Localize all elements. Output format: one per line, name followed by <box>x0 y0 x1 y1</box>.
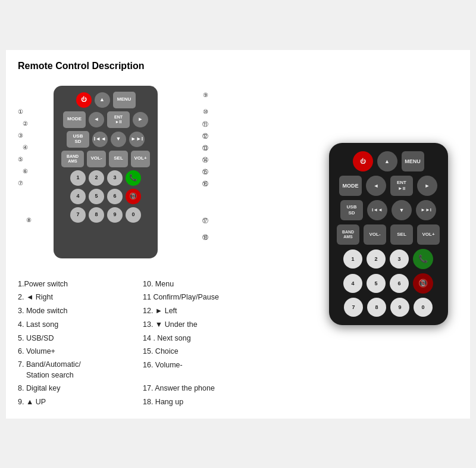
rp-power-btn[interactable]: ⏻ <box>353 151 373 171</box>
remote-diagram: ⏻ ▲ MENU MODE ◄ ENT►II ► USBSD I◄◄ ▼ ►►I <box>54 86 158 258</box>
diag-sel-btn[interactable]: SEL <box>109 151 128 167</box>
diag-8-btn[interactable]: 8 <box>89 207 104 223</box>
ann-18: ⑱ <box>202 233 208 242</box>
ann-9: ⑨ <box>203 92 208 98</box>
desc-1: 1.Power switch <box>18 279 137 290</box>
desc-2: 2. ◄ Right <box>18 292 137 303</box>
desc-12: 12. ► Left <box>143 305 286 317</box>
left-panel: Remote Control Description ① ② ③ ④ ⑤ ⑥ ⑦… <box>18 61 306 408</box>
rp-sel-btn[interactable]: SEL <box>390 224 413 245</box>
diag-next-btn[interactable]: ►►I <box>129 132 145 147</box>
desc-9: 9. ▲ UP <box>18 397 137 408</box>
desc-8: 8. Digital key <box>18 383 137 394</box>
diag-up-btn[interactable]: ▲ <box>95 92 110 108</box>
diag-mode-btn[interactable]: MODE <box>63 111 86 128</box>
desc-5: 5. USB/SD <box>18 333 137 344</box>
main-container: Remote Control Description ① ② ③ ④ ⑤ ⑥ ⑦… <box>6 50 470 419</box>
rp-volup-btn[interactable]: VOL+ <box>417 224 440 245</box>
rp-1-btn[interactable]: 1 <box>343 249 362 269</box>
diag-power-btn[interactable]: ⏻ <box>76 92 92 108</box>
diag-9-btn[interactable]: 9 <box>107 207 123 223</box>
desc-6: 6. Volume+ <box>18 346 137 357</box>
ann-12: ⑫ <box>202 132 208 141</box>
diag-ent-btn[interactable]: ENT►II <box>107 111 130 128</box>
diag-menu-btn[interactable]: MENU <box>113 92 136 108</box>
ann-11: ⑪ <box>202 120 208 129</box>
diag-usbsd-btn[interactable]: USBSD <box>67 131 89 148</box>
desc-10: 10. Menu <box>143 279 286 290</box>
diag-band-btn[interactable]: BANDAMS <box>61 151 84 167</box>
rp-down-btn[interactable]: ▼ <box>392 200 412 220</box>
ann-3: ③ <box>18 132 23 139</box>
rp-8-btn[interactable]: 8 <box>367 298 386 317</box>
rp-voldown-btn[interactable]: VOL- <box>364 224 386 245</box>
remote-photo: ⏻ ▲ MENU MODE ◄ ENT►II ► USBSD I◄◄ ▼ ►►I… <box>329 143 448 325</box>
diag-right-btn[interactable]: ► <box>133 112 148 127</box>
ann-8: ⑧ <box>26 217 32 223</box>
desc-15: 15. Choice <box>143 346 286 357</box>
diag-prev-btn[interactable]: I◄◄ <box>92 132 108 147</box>
rp-9-btn[interactable]: 9 <box>390 298 409 317</box>
ann-2: ② <box>23 120 28 127</box>
rp-prev-btn[interactable]: I◄◄ <box>367 200 387 220</box>
rp-next-btn[interactable]: ►►I <box>416 200 436 220</box>
ann-5: ⑤ <box>18 156 23 163</box>
page-title: Remote Control Description <box>18 61 306 71</box>
diag-answer-btn[interactable]: 📞 <box>126 170 141 186</box>
rp-5-btn[interactable]: 5 <box>367 274 386 293</box>
rp-left-btn[interactable]: ◄ <box>366 176 386 196</box>
ann-10: ⑩ <box>203 108 208 115</box>
ann-17: ⑰ <box>202 217 208 225</box>
rp-menu-btn[interactable]: MENU <box>402 151 424 171</box>
diag-2-btn[interactable]: 2 <box>89 170 104 186</box>
ann-1: ① <box>18 108 23 115</box>
desc-4: 4. Last song <box>18 319 137 330</box>
diag-3-btn[interactable]: 3 <box>107 170 123 186</box>
rp-up-btn[interactable]: ▲ <box>377 151 397 171</box>
description-section: 1.Power switch 10. Menu 2. ◄ Right 11 Co… <box>18 279 306 408</box>
diag-0-btn[interactable]: 0 <box>126 207 141 223</box>
diag-left-btn[interactable]: ◄ <box>89 112 104 127</box>
diag-4-btn[interactable]: 4 <box>70 189 86 204</box>
rp-ent-btn[interactable]: ENT►II <box>390 176 413 196</box>
rp-usbsd-btn[interactable]: USBSD <box>340 200 363 220</box>
rp-3-btn[interactable]: 3 <box>390 249 409 269</box>
rp-6-btn[interactable]: 6 <box>390 274 409 293</box>
diag-1-btn[interactable]: 1 <box>70 170 86 186</box>
diag-hangup-btn[interactable]: 📵 <box>126 189 141 204</box>
rp-mode-btn[interactable]: MODE <box>339 176 362 196</box>
diag-volup-btn[interactable]: VOL+ <box>131 151 150 167</box>
desc-7: 7. Band/Automatic/ Station search <box>18 360 137 380</box>
right-panel: ⏻ ▲ MENU MODE ◄ ENT►II ► USBSD I◄◄ ▼ ►►I… <box>318 61 458 408</box>
ann-14: ⑭ <box>202 156 208 164</box>
diag-7-btn[interactable]: 7 <box>70 207 86 223</box>
rp-0-btn[interactable]: 0 <box>414 298 433 317</box>
rp-answer-btn[interactable]: 📞 <box>413 249 433 269</box>
rp-7-btn[interactable]: 7 <box>344 298 363 317</box>
ann-6: ⑥ <box>23 168 28 174</box>
desc-16: 16. Volume- <box>143 360 286 380</box>
rp-band-btn[interactable]: BANDAMS <box>337 224 359 245</box>
rp-2-btn[interactable]: 2 <box>367 249 386 269</box>
rp-4-btn[interactable]: 4 <box>343 274 362 293</box>
desc-17: 17. Answer the phone <box>143 383 286 394</box>
rp-right-btn[interactable]: ► <box>417 176 437 196</box>
ann-15: ⑮ <box>202 168 208 176</box>
diagram-area: ① ② ③ ④ ⑤ ⑥ ⑦ ⑧ ⑨ ⑩ ⑪ ⑫ ⑬ ⑭ ⑮ ⑯ ⑰ ⑱ ⏻ <box>18 80 208 270</box>
desc-11: 11 Confirm/Play/Pause <box>143 292 286 303</box>
desc-3: 3. Mode switch <box>18 305 137 317</box>
ann-16: ⑯ <box>202 180 208 188</box>
ann-13: ⑬ <box>202 144 208 152</box>
diag-6-btn[interactable]: 6 <box>107 189 123 204</box>
rp-hangup-btn[interactable]: 📵 <box>413 273 433 294</box>
desc-14: 14 . Next song <box>143 333 286 344</box>
desc-18: 18. Hang up <box>143 397 286 408</box>
ann-4: ④ <box>23 144 28 151</box>
desc-13: 13. ▼ Under the <box>143 319 286 330</box>
diag-5-btn[interactable]: 5 <box>89 189 104 204</box>
ann-7: ⑦ <box>18 180 23 186</box>
desc-grid: 1.Power switch 10. Menu 2. ◄ Right 11 Co… <box>18 279 306 408</box>
diag-down-btn[interactable]: ▼ <box>111 132 126 147</box>
diag-voldown-btn[interactable]: VOL- <box>87 151 106 167</box>
